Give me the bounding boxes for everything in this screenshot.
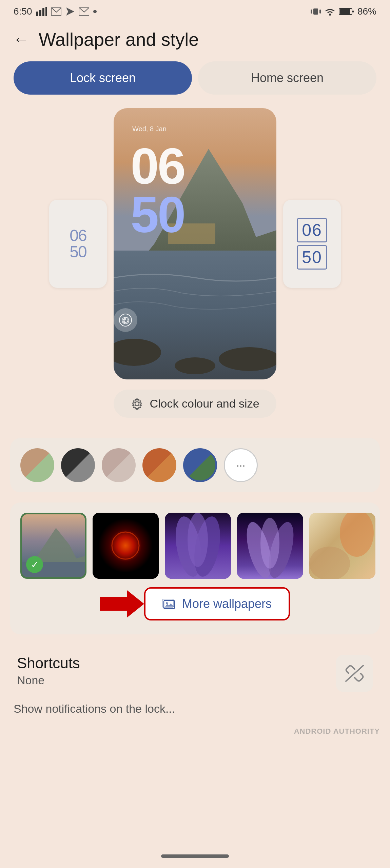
color-swatch-1[interactable] <box>20 448 54 482</box>
top-nav: ← Wallpaper and style <box>0 20 390 58</box>
thumb-orange-bg <box>309 513 375 579</box>
svg-point-20 <box>175 357 215 374</box>
wallpaper-thumb-2[interactable] <box>93 513 159 579</box>
notification-dot <box>93 10 97 13</box>
svg-rect-2 <box>42 8 44 16</box>
svg-point-21 <box>119 314 132 326</box>
shortcuts-icon-button[interactable] <box>336 655 373 692</box>
status-bar: 6:50 86% <box>0 0 390 20</box>
more-wallpapers-row: More wallpapers <box>20 587 370 621</box>
wallpaper-thumb-3[interactable] <box>165 513 231 579</box>
color-swatch-5[interactable] <box>183 448 217 482</box>
battery-icon <box>339 7 354 16</box>
status-time: 6:50 <box>14 6 32 17</box>
lock-screen-tab[interactable]: Lock screen <box>14 61 192 95</box>
svg-rect-3 <box>45 7 47 16</box>
tab-row: Lock screen Home screen <box>0 58 390 105</box>
color-swatches-container: ··· <box>10 438 380 492</box>
home-indicator <box>161 854 229 858</box>
wallpaper-thumb-row: ✓ <box>20 513 370 579</box>
phone-time-minute: 50 <box>131 191 184 239</box>
color-swatch-2[interactable] <box>61 448 95 482</box>
right-clock-style[interactable]: 06 50 <box>283 200 341 288</box>
svg-rect-7 <box>313 8 318 15</box>
gear-icon <box>131 397 143 410</box>
svg-point-43 <box>166 602 168 604</box>
status-right: 86% <box>311 6 376 17</box>
thumb-flower2-bg <box>237 513 303 579</box>
more-wallpapers-button[interactable]: More wallpapers <box>144 587 290 620</box>
svg-rect-1 <box>39 10 41 16</box>
shortcuts-text: Shortcuts None <box>17 655 80 687</box>
shortcuts-section: Shortcuts None <box>0 645 390 699</box>
svg-rect-0 <box>36 12 38 16</box>
wifi-icon <box>324 7 336 16</box>
thumb-nebula-bg <box>93 513 159 579</box>
svg-point-10 <box>329 14 331 16</box>
svg-marker-5 <box>66 7 74 16</box>
battery-text: 86% <box>357 6 376 17</box>
wallpaper-carousel: 06 50 <box>0 105 390 390</box>
back-button[interactable]: ← <box>10 27 32 51</box>
color-swatch-4[interactable] <box>142 448 176 482</box>
wallpaper-thumb-5[interactable] <box>309 513 375 579</box>
red-arrow-icon <box>100 587 144 621</box>
fingerprint-icon <box>119 313 132 327</box>
wallpaper-grid: ✓ <box>10 502 380 634</box>
phone-date: Wed, 8 Jan <box>132 125 167 133</box>
unlink-icon <box>345 665 364 682</box>
left-clock-time: 06 50 <box>70 228 86 260</box>
clock-colour-label: Clock colour and size <box>150 397 259 410</box>
clock-colour-button[interactable]: Clock colour and size <box>114 390 276 418</box>
svg-rect-12 <box>340 9 350 14</box>
svg-point-32 <box>188 513 208 567</box>
bottom-hint-text: Show notifications on the lock... <box>14 702 175 715</box>
watermark: ANDROID AUTHORITY <box>294 727 380 736</box>
left-clock-style[interactable]: 06 50 <box>49 200 107 288</box>
wallpaper-thumb-4[interactable] <box>237 513 303 579</box>
svg-rect-9 <box>319 9 321 14</box>
send-icon <box>65 7 75 16</box>
svg-point-27 <box>98 518 153 573</box>
phone-preview: Wed, 8 Jan 06 50 <box>114 108 276 379</box>
right-clock-time: 06 50 <box>297 218 327 270</box>
shortcuts-value: None <box>17 674 80 687</box>
phone-time-hour: 06 <box>131 142 184 191</box>
svg-point-22 <box>135 402 139 406</box>
more-wallpapers-label: More wallpapers <box>182 597 272 611</box>
selected-check: ✓ <box>26 556 43 573</box>
page-title: Wallpaper and style <box>39 29 199 50</box>
phone-time-display: 06 50 <box>131 142 184 239</box>
color-more-button[interactable]: ··· <box>224 448 258 482</box>
svg-point-36 <box>260 518 279 569</box>
fingerprint-button[interactable] <box>114 308 137 332</box>
image-stack-icon <box>162 598 176 610</box>
wallpaper-thumb-1[interactable]: ✓ <box>20 513 86 579</box>
bottom-hint: Show notifications on the lock... <box>0 699 390 722</box>
color-swatch-3[interactable] <box>102 448 136 482</box>
vibrate-icon <box>311 6 321 17</box>
svg-rect-8 <box>311 9 312 14</box>
gmail-icon2 <box>79 7 89 16</box>
home-screen-tab[interactable]: Home screen <box>198 61 376 95</box>
thumb-flower1-bg <box>165 513 231 579</box>
gmail-icon1 <box>51 7 61 16</box>
status-left: 6:50 <box>14 6 97 17</box>
signal-icon <box>36 7 47 16</box>
shortcuts-title: Shortcuts <box>17 655 80 672</box>
svg-marker-40 <box>100 590 144 617</box>
svg-rect-13 <box>352 11 354 13</box>
